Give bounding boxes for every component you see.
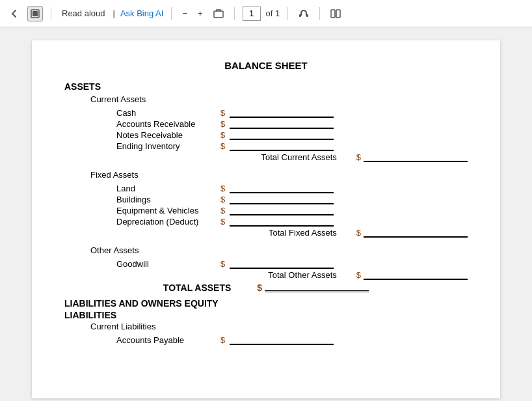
ending-inventory-label: Ending Inventory	[116, 141, 220, 151]
ar-dollar: $	[220, 119, 227, 129]
document-title: BALANCE SHEET	[64, 60, 468, 71]
total-fixed-assets-label: Total Fixed Assets	[269, 228, 337, 238]
total-other-assets-row: Total Other Assets $	[64, 270, 468, 280]
total-fixed-assets-value: $	[356, 228, 468, 238]
notes-receivable-label: Notes Receivable	[116, 130, 220, 140]
svg-rect-3	[299, 14, 301, 17]
goodwill-input[interactable]	[230, 260, 334, 269]
ei-dollar: $	[220, 141, 227, 151]
toa-dollar: $	[356, 270, 361, 280]
ending-inventory-line-item: Ending Inventory $	[116, 141, 468, 151]
goodwill-dollar: $	[220, 259, 227, 269]
current-liabilities-label: Current Liabilities	[90, 322, 468, 331]
total-current-assets-input[interactable]	[364, 153, 468, 162]
document-page: BALANCE SHEET ASSETS Current Assets Cash…	[32, 40, 500, 398]
accounts-receivable-line-item: Accounts Receivable $	[116, 119, 468, 129]
total-current-assets-value: $	[356, 152, 468, 162]
goodwill-line-item: Goodwill $	[116, 259, 468, 269]
buildings-line-item: Buildings $	[116, 195, 468, 204]
total-fixed-assets-input[interactable]	[364, 228, 468, 238]
accounts-receivable-label: Accounts Receivable	[116, 119, 220, 129]
land-input[interactable]	[230, 184, 334, 193]
toolbar: Read aloud | Ask Bing AI − + of 1	[0, 0, 532, 27]
total-other-assets-input[interactable]	[364, 271, 468, 280]
tca-dollar: $	[356, 152, 361, 162]
total-assets-row: TOTAL ASSETS $	[64, 283, 468, 293]
cash-dollar: $	[220, 108, 227, 118]
divider-4	[287, 7, 288, 20]
toolbar-separator-text: |	[113, 8, 115, 18]
svg-rect-1	[33, 11, 38, 16]
ask-bing-button[interactable]: Ask Bing AI	[120, 8, 163, 18]
total-assets-value: $	[257, 283, 369, 293]
equipment-vehicles-label: Equipment & Vehicles	[116, 206, 220, 215]
zoom-out-button[interactable]: −	[180, 7, 190, 20]
fixed-assets-label: Fixed Assets	[90, 170, 468, 180]
total-current-assets-label: Total Current Assets	[261, 152, 336, 162]
total-other-assets-value: $	[356, 270, 468, 280]
current-assets-label: Current Assets	[90, 94, 468, 104]
accounts-receivable-input[interactable]	[230, 120, 334, 129]
ta-dollar: $	[257, 283, 262, 293]
nr-dollar: $	[220, 130, 227, 140]
notes-receivable-line-item: Notes Receivable $	[116, 130, 468, 140]
total-current-assets-row: Total Current Assets $	[64, 152, 468, 162]
divider-2	[171, 7, 172, 20]
cash-input[interactable]	[230, 109, 334, 118]
content-area: BALANCE SHEET ASSETS Current Assets Cash…	[0, 27, 532, 401]
equipment-vehicles-line-item: Equipment & Vehicles $	[116, 206, 468, 215]
divider-5	[319, 7, 320, 20]
of-pages-text: of 1	[266, 8, 280, 18]
equipment-vehicles-input[interactable]	[230, 206, 334, 215]
accounts-payable-line-item: Accounts Payable $	[116, 335, 468, 345]
cash-line-item: Cash $	[116, 108, 468, 118]
accounts-payable-label: Accounts Payable	[116, 335, 220, 345]
ending-inventory-input[interactable]	[230, 142, 334, 151]
ev-dollar: $	[220, 206, 227, 215]
svg-rect-4	[306, 14, 308, 17]
tfa-dollar: $	[356, 228, 361, 238]
depreciation-input[interactable]	[230, 217, 334, 227]
buildings-dollar: $	[220, 195, 227, 204]
divider-3	[234, 7, 235, 20]
svg-rect-2	[214, 11, 223, 18]
read-aloud-button[interactable]: Read aloud	[59, 7, 108, 20]
depreciation-label: Depreciation (Deduct)	[116, 217, 220, 227]
accounts-payable-input[interactable]	[230, 336, 334, 345]
svg-rect-5	[331, 10, 335, 18]
land-line-item: Land $	[116, 184, 468, 193]
fit-page-icon[interactable]	[211, 6, 226, 21]
dep-dollar: $	[220, 217, 227, 227]
total-assets-label: TOTAL ASSETS	[163, 283, 232, 293]
two-panel-icon[interactable]	[328, 6, 343, 21]
total-other-assets-label: Total Other Assets	[268, 270, 337, 280]
notes-receivable-input[interactable]	[230, 131, 334, 140]
cursor-icon[interactable]	[27, 6, 43, 21]
ap-dollar: $	[220, 335, 227, 345]
liabilities-header: LIABILITIES	[64, 310, 468, 320]
back-icon[interactable]	[7, 6, 22, 21]
liabilities-owners-equity-header: LIABILITIES AND OWNERS EQUITY	[64, 298, 468, 309]
audio-icon[interactable]	[296, 6, 312, 21]
assets-section-header: ASSETS	[64, 81, 468, 92]
page-number-input[interactable]	[243, 7, 261, 21]
buildings-label: Buildings	[116, 195, 220, 204]
buildings-input[interactable]	[230, 195, 334, 204]
divider-1	[51, 7, 51, 20]
depreciation-line-item: Depreciation (Deduct) $	[116, 217, 468, 227]
total-assets-input[interactable]	[265, 283, 369, 292]
other-assets-label: Other Assets	[90, 245, 468, 255]
land-label: Land	[116, 184, 220, 193]
zoom-in-button[interactable]: +	[195, 7, 206, 20]
total-fixed-assets-row: Total Fixed Assets $	[64, 228, 468, 238]
goodwill-label: Goodwill	[116, 259, 220, 269]
svg-rect-6	[336, 10, 340, 18]
cash-label: Cash	[116, 108, 220, 118]
land-dollar: $	[220, 184, 227, 193]
